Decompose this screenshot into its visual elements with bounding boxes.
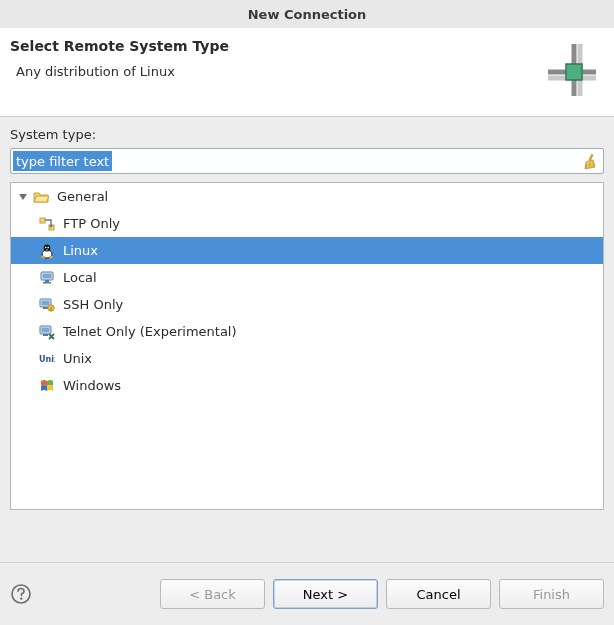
cancel-button[interactable]: Cancel	[386, 579, 491, 609]
unix-icon: Unix	[39, 351, 55, 367]
tree-item-telnet[interactable]: Telnet Only (Experimental)	[11, 318, 603, 345]
svg-point-19	[49, 255, 53, 257]
titlebar: New Connection	[0, 0, 614, 28]
wizard-banner: Select Remote System Type Any distributi…	[0, 28, 614, 117]
system-type-tree[interactable]: General FTP Only	[10, 182, 604, 510]
svg-text:Unix: Unix	[39, 355, 55, 364]
tree-item-label: Local	[63, 270, 97, 285]
window-title: New Connection	[248, 7, 367, 22]
local-icon	[39, 270, 55, 286]
help-icon	[10, 583, 32, 605]
tree-item-windows[interactable]: Windows	[11, 372, 603, 399]
tree-item-label: Windows	[63, 378, 121, 393]
footer-gap	[0, 514, 614, 562]
svg-rect-31	[43, 334, 48, 336]
tree-item-linux[interactable]: Linux	[11, 237, 603, 264]
clear-filter-icon[interactable]	[581, 152, 599, 170]
next-button[interactable]: Next >	[273, 579, 378, 609]
windows-icon	[39, 378, 55, 394]
svg-rect-26	[43, 307, 48, 309]
svg-rect-22	[45, 280, 49, 282]
tree-item-unix[interactable]: Unix Unix	[11, 345, 603, 372]
filter-input[interactable]	[11, 149, 577, 173]
svg-rect-28	[50, 307, 52, 311]
svg-point-16	[47, 246, 49, 248]
ssh-icon	[39, 297, 55, 313]
tree-item-label: SSH Only	[63, 297, 123, 312]
svg-point-15	[45, 246, 47, 248]
banner-description: Any distribution of Linux	[10, 64, 600, 79]
svg-marker-9	[19, 194, 27, 200]
svg-rect-10	[40, 218, 45, 223]
telnet-icon	[39, 324, 55, 340]
tree-item-label: Linux	[63, 243, 98, 258]
wizard-window: New Connection Select Remote System Type…	[0, 0, 614, 625]
connection-icon	[544, 42, 600, 98]
linux-icon	[39, 243, 55, 259]
filter-row: type filter text	[10, 148, 604, 174]
svg-point-18	[41, 255, 45, 257]
expand-toggle-icon[interactable]	[17, 191, 29, 203]
folder-open-icon	[33, 189, 49, 205]
system-type-label: System type:	[10, 127, 604, 142]
help-button[interactable]	[10, 583, 32, 605]
tree-item-label: Telnet Only (Experimental)	[63, 324, 237, 339]
tree-item-label: FTP Only	[63, 216, 120, 231]
wizard-footer: < Back Next > Cancel Finish	[0, 563, 614, 625]
wizard-body: System type: type filter text	[0, 117, 614, 514]
finish-button[interactable]: Finish	[499, 579, 604, 609]
tree-item-ftp[interactable]: FTP Only	[11, 210, 603, 237]
banner-heading: Select Remote System Type	[10, 38, 600, 54]
svg-rect-25	[42, 300, 50, 305]
svg-rect-21	[43, 273, 52, 278]
svg-rect-30	[42, 327, 50, 332]
tree-item-ssh[interactable]: SSH Only	[11, 291, 603, 318]
back-button[interactable]: < Back	[160, 579, 265, 609]
svg-point-34	[20, 597, 22, 599]
svg-rect-4	[566, 64, 582, 80]
tree-item-label: Unix	[63, 351, 92, 366]
tree-group-label: General	[57, 189, 108, 204]
ftp-icon	[39, 216, 55, 232]
tree-group-general[interactable]: General	[11, 183, 603, 210]
tree-item-local[interactable]: Local	[11, 264, 603, 291]
svg-rect-23	[43, 282, 51, 284]
